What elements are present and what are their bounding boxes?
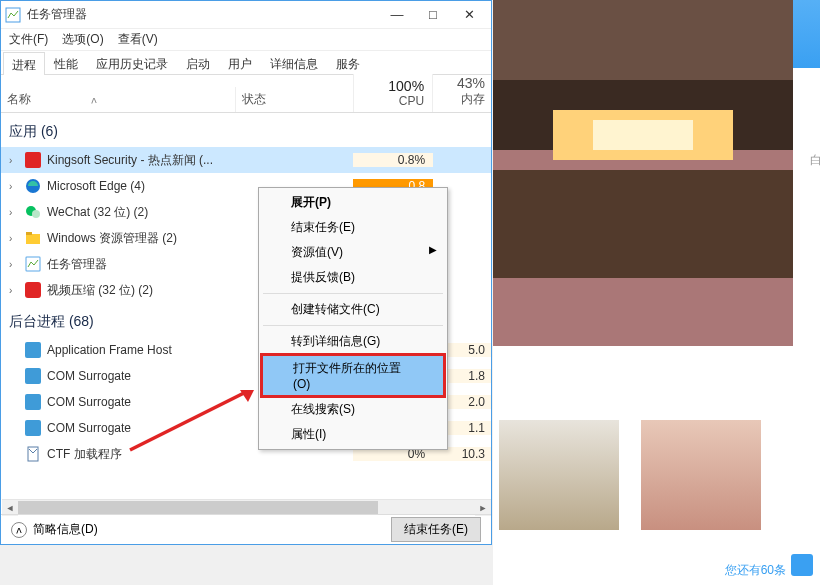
group-apps-title: 应用 (6) [1, 113, 491, 147]
tab-details[interactable]: 详细信息 [261, 51, 327, 74]
tab-processes[interactable]: 进程 [3, 52, 45, 75]
tab-app-history[interactable]: 应用历史记录 [87, 51, 177, 74]
process-row[interactable]: ›Kingsoft Security - 热点新闻 (... 0.8% [1, 147, 491, 173]
ctf-icon [25, 446, 41, 462]
ctx-properties[interactable]: 属性(I) [261, 422, 445, 447]
ctx-end-task[interactable]: 结束任务(E) [261, 215, 445, 240]
ctx-resource-values[interactable]: 资源值(V)▶ [261, 240, 445, 265]
explorer-icon [25, 230, 41, 246]
column-headers: 名称 ʌ 状态 100% CPU 43% 内存 [1, 75, 491, 113]
svg-rect-4 [26, 234, 40, 244]
window-title: 任务管理器 [27, 6, 379, 23]
edge-icon [25, 178, 41, 194]
app-icon [5, 7, 21, 23]
menu-file[interactable]: 文件(F) [7, 31, 50, 48]
svg-point-3 [32, 210, 40, 218]
bg-thumb-row [499, 420, 761, 530]
menu-view[interactable]: 查看(V) [116, 31, 160, 48]
wechat-icon [25, 204, 41, 220]
generic-icon [25, 420, 41, 436]
col-name[interactable]: 名称 ʌ [1, 87, 235, 112]
expand-icon[interactable]: › [9, 285, 19, 296]
generic-icon [25, 394, 41, 410]
ctx-create-dump[interactable]: 创建转储文件(C) [261, 297, 445, 322]
titlebar[interactable]: 任务管理器 — □ ✕ [1, 1, 491, 29]
tabbar: 进程 性能 应用历史记录 启动 用户 详细信息 服务 [1, 51, 491, 75]
end-task-button[interactable]: 结束任务(E) [391, 517, 481, 542]
bg-main-image [493, 68, 793, 346]
brief-info[interactable]: 简略信息(D) [33, 521, 98, 538]
footer: ʌ 简略信息(D) 结束任务(E) [1, 514, 491, 544]
expand-icon[interactable]: › [9, 155, 19, 166]
scrollbar-horizontal[interactable]: ◄ ► [2, 499, 491, 515]
app-icon [25, 282, 41, 298]
expand-icon[interactable]: › [9, 259, 19, 270]
bg-status: 您还有60条 [725, 562, 786, 579]
generic-icon [25, 342, 41, 358]
col-status[interactable]: 状态 [235, 87, 353, 112]
menu-options[interactable]: 选项(O) [60, 31, 105, 48]
tab-services[interactable]: 服务 [327, 51, 369, 74]
background-window: 您还有60条 [493, 0, 820, 585]
close-button[interactable]: ✕ [451, 2, 487, 28]
expand-icon[interactable]: › [9, 181, 19, 192]
context-menu: 展开(P) 结束任务(E) 资源值(V)▶ 提供反馈(B) 创建转储文件(C) … [258, 187, 448, 450]
separator [263, 325, 443, 326]
bg-thumb [499, 420, 619, 530]
maximize-button[interactable]: □ [415, 2, 451, 28]
taskmgr-icon [25, 256, 41, 272]
tab-users[interactable]: 用户 [219, 51, 261, 74]
scroll-thumb[interactable] [18, 501, 378, 515]
chevron-up-icon[interactable]: ʌ [11, 522, 27, 538]
menubar: 文件(F) 选项(O) 查看(V) [1, 29, 491, 51]
chevron-right-icon: ▶ [429, 244, 437, 255]
col-cpu[interactable]: 100% CPU [353, 74, 433, 112]
tab-performance[interactable]: 性能 [45, 51, 87, 74]
ctx-feedback[interactable]: 提供反馈(B) [261, 265, 445, 290]
separator [263, 293, 443, 294]
col-memory[interactable]: 43% 内存 [433, 71, 491, 112]
sort-indicator-icon: ʌ [91, 94, 97, 105]
ctx-expand[interactable]: 展开(P) [261, 190, 445, 215]
ctx-search-online[interactable]: 在线搜索(S) [261, 397, 445, 422]
svg-rect-5 [26, 232, 32, 235]
ctx-open-file-location[interactable]: 打开文件所在的位置(O) [261, 354, 445, 397]
expand-icon[interactable]: › [9, 207, 19, 218]
ctx-goto-details[interactable]: 转到详细信息(G) [261, 329, 445, 354]
app-icon [25, 152, 41, 168]
expand-icon[interactable]: › [9, 233, 19, 244]
minimize-button[interactable]: — [379, 2, 415, 28]
bg-thumb [641, 420, 761, 530]
tab-startup[interactable]: 启动 [177, 51, 219, 74]
generic-icon [25, 368, 41, 384]
